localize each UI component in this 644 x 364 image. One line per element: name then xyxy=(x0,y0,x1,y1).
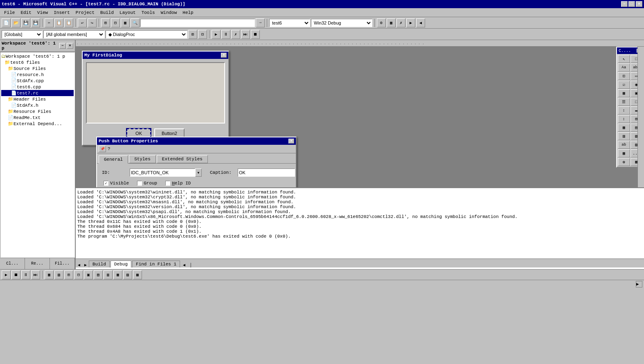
members-dropdown[interactable]: [All global members] xyxy=(43,30,105,38)
menu-layout[interactable]: Layout xyxy=(117,9,138,16)
window-btn3[interactable]: ▦ xyxy=(121,18,130,27)
tree-item-stdafx-h[interactable]: 📄 StdAfx.h xyxy=(1,102,74,108)
id-input[interactable] xyxy=(130,169,195,177)
window-btn1[interactable]: ⊞ xyxy=(101,18,110,27)
ctrl-tab[interactable]: ▥ xyxy=(618,132,630,140)
search-input[interactable] xyxy=(140,19,255,27)
caption-input[interactable] xyxy=(238,169,295,177)
group-check[interactable]: Group xyxy=(137,181,157,186)
visible-check[interactable]: ✓ Visible xyxy=(104,181,129,186)
config-dropdown[interactable]: Win32 Debug xyxy=(311,19,372,27)
minimize-button[interactable]: − xyxy=(621,1,628,7)
menu-tools[interactable]: Tools xyxy=(139,9,158,16)
sidebar-tab-resource[interactable]: Re... xyxy=(25,258,50,269)
build-btn5[interactable]: ◀ xyxy=(416,18,425,27)
bt-2[interactable]: ⏹ xyxy=(11,270,20,279)
ctrl-custom1[interactable]: ✿ xyxy=(618,158,630,166)
build-btn4[interactable]: ▶ xyxy=(406,18,415,27)
ctrl-vscroll[interactable]: ↕ xyxy=(618,115,630,123)
tree-item-test7rc[interactable]: 📄 test7.rc xyxy=(1,90,74,96)
tree-item-resourcefiles[interactable]: 📁 Resource Files xyxy=(1,108,74,115)
output-tab-build[interactable]: Build xyxy=(89,261,110,267)
output-prev[interactable]: ◀ xyxy=(76,263,82,267)
dbg-btn3[interactable]: ✗ xyxy=(231,30,240,39)
search-go[interactable]: → xyxy=(256,18,265,27)
ctrl-ab[interactable]: ab xyxy=(618,141,630,149)
dbg-btn4[interactable]: ⏭ xyxy=(241,30,250,39)
tree-item-external[interactable]: 📁 External Depend... xyxy=(1,121,74,127)
ctrl-check[interactable]: ☑ xyxy=(618,81,630,89)
output-tab-arrow[interactable]: ◀ xyxy=(181,263,187,267)
save-button[interactable]: 💾 xyxy=(21,18,30,27)
output-tab-find[interactable]: Find in Files 1 xyxy=(132,261,180,267)
props-pin[interactable]: 📌 xyxy=(99,146,106,152)
ctrl-up[interactable]: ↕ xyxy=(618,106,630,115)
function-dropdown[interactable]: ◆ DialogProc xyxy=(106,30,187,38)
first-dialog-close[interactable]: × xyxy=(221,53,227,58)
ctrl-table[interactable]: ▦ xyxy=(618,124,630,132)
close-button[interactable]: × xyxy=(636,1,642,7)
tree-item-resourceh[interactable]: 📄 resource.h xyxy=(1,72,74,78)
ctrl-frame[interactable]: ⊡ xyxy=(618,72,630,80)
search-button[interactable]: 🔍 xyxy=(131,18,140,27)
bt-12[interactable]: ▦ xyxy=(113,270,122,279)
tree-item-readme[interactable]: 📄 ReadMe.txt xyxy=(1,115,74,121)
new-button[interactable]: 📄 xyxy=(2,18,11,27)
group-checkbox[interactable] xyxy=(137,181,142,186)
tree-item-stdafx-cpp[interactable]: 📄 StdAfx.cpp xyxy=(1,78,74,84)
ctrl-ip[interactable]: ▦ xyxy=(618,149,630,157)
bt-4[interactable]: ⏭ xyxy=(31,270,40,279)
menu-project[interactable]: Project xyxy=(73,9,97,16)
dbg-btn1[interactable]: ▶ xyxy=(212,30,221,39)
id-dropdown-btn[interactable]: ▼ xyxy=(195,169,202,177)
visible-checkbox[interactable]: ✓ xyxy=(104,181,108,186)
editor-vscroll[interactable] xyxy=(637,47,644,187)
bt-11[interactable]: ▥ xyxy=(104,270,113,279)
tree-item-headerfiles[interactable]: 📁 Header Files xyxy=(1,96,74,102)
menu-file[interactable]: File xyxy=(2,9,17,16)
output-tab-debug[interactable]: Debug xyxy=(110,261,131,267)
sidebar-tab-files[interactable]: Fil... xyxy=(50,258,75,269)
props-help[interactable]: ? xyxy=(108,146,110,151)
status-scroll[interactable]: ▶ xyxy=(636,281,642,288)
globals-dropdown[interactable]: [Globals] xyxy=(2,30,43,38)
menu-edit[interactable]: Edit xyxy=(18,9,34,16)
bt-1[interactable]: ▶ xyxy=(2,270,11,279)
tree-item-test6files[interactable]: 📁 test6 files xyxy=(1,59,74,65)
build-btn1[interactable]: ⚙ xyxy=(377,18,386,27)
ctrl-arrow[interactable]: ↖ xyxy=(618,55,630,63)
output-next[interactable]: ▶ xyxy=(82,263,89,267)
tree-item-test6cpp[interactable]: 📄 test6.cpp xyxy=(1,84,74,90)
sidebar-tab-class[interactable]: Cl... xyxy=(0,258,25,269)
menu-view[interactable]: View xyxy=(35,9,50,16)
tree-item-workspace[interactable]: 🗂 Workspace 'test6': 1 p xyxy=(1,53,74,59)
build-btn2[interactable]: ▦ xyxy=(387,18,396,27)
maximize-button[interactable]: □ xyxy=(628,1,635,7)
bt-10[interactable]: ▤ xyxy=(94,270,103,279)
ctrl-list[interactable]: ☰ xyxy=(618,98,630,106)
ctrl-grid1[interactable]: ▦ xyxy=(618,89,630,97)
props-tab-general[interactable]: General xyxy=(99,155,128,164)
properties-dialog[interactable]: Push Button Properties × 📌 ? General Sty… xyxy=(96,137,297,187)
bt-8[interactable]: ⊟ xyxy=(74,270,83,279)
bt-7[interactable]: ⊞ xyxy=(64,270,73,279)
project-dropdown[interactable]: test6 xyxy=(269,19,310,27)
props-close[interactable]: × xyxy=(288,139,294,144)
nav-btn2[interactable]: ⊟ xyxy=(198,30,207,39)
helpid-check[interactable]: Help ID xyxy=(165,181,191,186)
paste-button[interactable]: 📋 xyxy=(64,18,73,27)
dbg-btn2[interactable]: ⏸ xyxy=(221,30,230,39)
sidebar-minimize[interactable]: − xyxy=(59,43,66,49)
bt-9[interactable]: ▣ xyxy=(84,270,93,279)
cut-button[interactable]: ✂ xyxy=(45,18,54,27)
props-tab-extended[interactable]: Extended Styles xyxy=(157,155,208,163)
ctrl-aa[interactable]: Aa xyxy=(618,63,630,72)
menu-help[interactable]: Help xyxy=(180,9,196,16)
dbg-btn5[interactable]: ⏹ xyxy=(251,30,260,39)
copy-button[interactable]: 📋 xyxy=(54,18,63,27)
sidebar-close[interactable]: × xyxy=(67,43,73,49)
nav-btn1[interactable]: ⊞ xyxy=(188,30,197,39)
bt-6[interactable]: ▧ xyxy=(54,270,63,279)
menu-window[interactable]: Window xyxy=(158,9,180,16)
save-all-button[interactable]: 💾 xyxy=(31,18,40,27)
